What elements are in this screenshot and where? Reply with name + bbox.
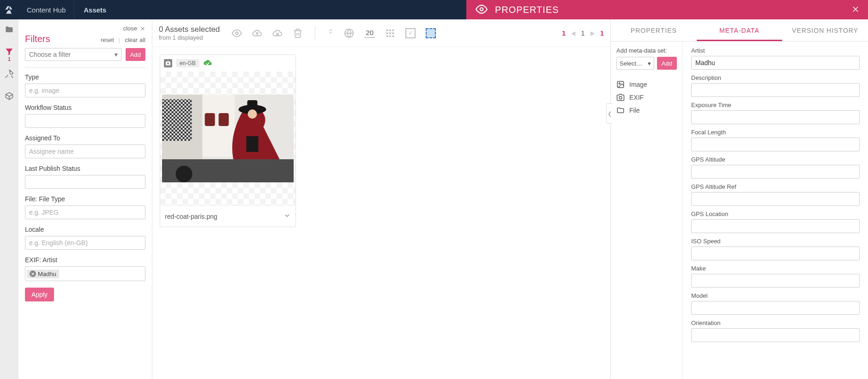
filter-label-workflow-status: Workflow Status bbox=[25, 104, 145, 111]
metadata-fields: Artist Description Exposure Time Focal L… bbox=[683, 42, 868, 379]
svg-rect-20 bbox=[392, 32, 394, 34]
filters-clear-all-link[interactable]: clear all bbox=[125, 36, 145, 43]
asset-filename: red-coat-paris.png bbox=[165, 213, 217, 220]
field-label-model: Model bbox=[691, 292, 860, 299]
pager-first[interactable]: 1 bbox=[562, 29, 566, 37]
cloud-ok-icon bbox=[203, 58, 212, 69]
rail-box-icon[interactable] bbox=[5, 91, 14, 101]
filter-input-locale[interactable] bbox=[25, 236, 145, 250]
svg-point-38 bbox=[248, 109, 257, 119]
filter-input-exif-artist[interactable]: × Madhu bbox=[25, 266, 145, 281]
grid-view-icon[interactable] bbox=[385, 28, 395, 38]
asset-card[interactable]: en-GB bbox=[160, 54, 296, 227]
svg-rect-15 bbox=[386, 29, 388, 31]
select-none-icon[interactable] bbox=[426, 28, 436, 38]
filter-label-file-type: File: File Type bbox=[25, 195, 145, 203]
field-label-gps-altitude: GPS Altitude bbox=[691, 156, 860, 163]
select-all-icon[interactable]: ✓ bbox=[405, 28, 416, 38]
add-filter-button[interactable]: Add bbox=[126, 48, 145, 61]
add-metadata-set-button[interactable]: Add bbox=[657, 57, 677, 70]
filter-input-file-type[interactable] bbox=[25, 205, 145, 219]
close-icon[interactable] bbox=[851, 5, 860, 15]
field-input-exposure-time[interactable] bbox=[691, 110, 860, 124]
svg-rect-21 bbox=[386, 35, 388, 37]
caret-down-icon: ▾ bbox=[648, 60, 651, 67]
filter-picker[interactable]: Choose a filter ▾ bbox=[25, 48, 122, 61]
remove-tag-icon[interactable]: × bbox=[30, 271, 36, 277]
category-exif[interactable]: EXIF bbox=[616, 91, 677, 104]
rail-filter-icon[interactable]: 1 bbox=[5, 47, 14, 56]
field-label-make: Make bbox=[691, 265, 860, 272]
section-name: Assets bbox=[74, 0, 115, 19]
metadata-set-select[interactable]: Select… ▾ bbox=[616, 57, 654, 70]
chevron-down-icon[interactable] bbox=[283, 212, 291, 221]
category-label: File bbox=[629, 107, 640, 114]
filter-input-workflow-status[interactable] bbox=[25, 114, 145, 128]
pager: 1 ◀ 1 ▶ 1 bbox=[562, 29, 604, 37]
category-label: EXIF bbox=[629, 94, 644, 101]
metadata-sidebar: Add meta-data set: Select… ▾ Add Image E… bbox=[611, 42, 683, 379]
app-logo bbox=[0, 0, 18, 19]
apply-filters-button[interactable]: Apply bbox=[25, 288, 54, 301]
field-input-gps-altitude[interactable] bbox=[691, 165, 860, 179]
svg-rect-35 bbox=[219, 113, 229, 126]
filter-picker-label: Choose a filter bbox=[29, 51, 71, 58]
svg-point-4 bbox=[480, 7, 483, 11]
field-input-make[interactable] bbox=[691, 274, 860, 288]
field-input-gps-altitude-ref[interactable] bbox=[691, 192, 860, 206]
pager-prev-icon[interactable]: ◀ bbox=[571, 30, 575, 36]
filter-tag-chip: × Madhu bbox=[27, 270, 59, 278]
pager-last[interactable]: 1 bbox=[600, 29, 604, 37]
svg-point-24 bbox=[167, 63, 169, 65]
remove-cloud-icon[interactable] bbox=[272, 28, 283, 38]
tab-properties[interactable]: PROPERTIES bbox=[611, 19, 697, 41]
upload-cloud-icon[interactable] bbox=[252, 28, 262, 38]
pager-next-icon[interactable]: ▶ bbox=[591, 30, 595, 36]
globe-icon[interactable] bbox=[344, 28, 354, 38]
rail-nav: 1 bbox=[0, 19, 18, 379]
field-input-gps-location[interactable] bbox=[691, 219, 860, 233]
field-input-model[interactable] bbox=[691, 301, 860, 315]
app-name: Content Hub bbox=[18, 0, 74, 19]
rail-folder-icon[interactable] bbox=[5, 25, 14, 34]
svg-rect-16 bbox=[389, 29, 391, 31]
svg-rect-17 bbox=[392, 29, 394, 31]
svg-point-43 bbox=[619, 83, 620, 84]
tab-version-history[interactable]: VERSION HISTORY bbox=[782, 19, 868, 41]
filter-label-locale: Locale bbox=[25, 226, 145, 233]
collapse-handle[interactable]: ❮ bbox=[606, 103, 613, 124]
tab-metadata[interactable]: META-DATA bbox=[697, 19, 783, 41]
trash-icon[interactable] bbox=[293, 28, 303, 38]
field-input-focal-length[interactable] bbox=[691, 138, 860, 151]
rail-tools-icon[interactable] bbox=[5, 69, 14, 78]
filter-input-assigned-to[interactable] bbox=[25, 144, 145, 158]
filters-title: Filters bbox=[25, 34, 50, 44]
filter-label-assigned-to: Assigned To bbox=[25, 134, 145, 142]
filter-input-last-publish-status[interactable] bbox=[25, 175, 145, 189]
add-metadata-set-label: Add meta-data set: bbox=[616, 47, 677, 54]
category-image[interactable]: Image bbox=[616, 78, 677, 91]
filters-panel: close Filters reset | clear all Choose a… bbox=[18, 19, 152, 379]
preview-icon[interactable] bbox=[232, 28, 242, 38]
sort-icon[interactable] bbox=[327, 28, 334, 38]
field-input-artist[interactable] bbox=[691, 56, 860, 70]
metadata-set-select-label: Select… bbox=[620, 60, 642, 67]
locale-chip: en-GB bbox=[176, 59, 199, 67]
folder-icon bbox=[616, 106, 625, 114]
field-input-iso-speed[interactable] bbox=[691, 247, 860, 260]
close-icon bbox=[140, 26, 145, 31]
category-file[interactable]: File bbox=[616, 104, 677, 117]
svg-rect-34 bbox=[205, 113, 215, 126]
svg-rect-18 bbox=[386, 32, 388, 34]
display-count: from 1 displayed bbox=[159, 34, 220, 41]
svg-point-9 bbox=[236, 32, 239, 35]
field-input-description[interactable] bbox=[691, 83, 860, 97]
filters-close[interactable]: close bbox=[25, 25, 145, 32]
field-label-orientation: Orientation bbox=[691, 319, 860, 326]
field-label-exposure-time: Exposure Time bbox=[691, 102, 860, 108]
page-size-selector[interactable]: 20 bbox=[364, 29, 375, 38]
field-input-orientation[interactable] bbox=[691, 328, 860, 342]
svg-point-41 bbox=[176, 166, 193, 182]
filter-input-type[interactable] bbox=[25, 84, 145, 97]
filters-reset-link[interactable]: reset bbox=[101, 36, 114, 43]
